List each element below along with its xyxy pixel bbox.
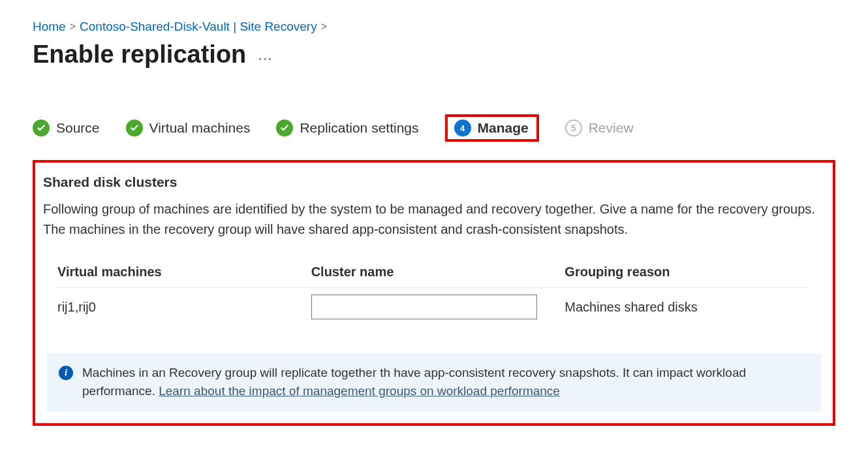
check-icon [126,120,143,136]
breadcrumb: Home > Contoso-Shared-Disk-Vault | Site … [33,20,835,34]
step-label: Source [56,120,100,136]
chevron-right-icon: > [321,21,327,33]
info-icon: i [59,366,73,380]
cell-reason: Machines shared disks [565,300,811,315]
step-label: Manage [478,120,529,136]
cell-vm: rij1,rij0 [57,300,303,315]
breadcrumb-home[interactable]: Home [33,20,66,34]
check-icon [33,120,50,136]
step-manage[interactable]: 4 Manage [445,114,539,142]
clusters-table: Virtual machines Cluster name Grouping r… [43,265,825,327]
info-banner: i Machines in an Recovery group will rep… [47,353,821,411]
wizard-steps: Source Virtual machines Replication sett… [33,114,835,142]
step-replication-settings[interactable]: Replication settings [276,120,418,136]
breadcrumb-vault[interactable]: Contoso-Shared-Disk-Vault | Site Recover… [80,20,317,34]
table-row: rij1,rij0 Machines shared disks [57,287,811,327]
section-title: Shared disk clusters [43,174,825,190]
col-header-vm: Virtual machines [57,265,303,280]
check-icon [276,120,293,136]
shared-disk-clusters-panel: Shared disk clusters Following group of … [33,160,835,426]
section-description: Following group of machines are identifi… [43,199,825,240]
step-number-icon: 5 [565,120,582,136]
step-label: Replication settings [300,120,418,136]
chevron-right-icon: > [70,21,76,33]
cluster-name-input[interactable] [311,295,538,319]
step-review[interactable]: 5 Review [565,120,634,136]
step-label: Virtual machines [149,120,251,136]
step-label: Review [589,120,634,136]
step-virtual-machines[interactable]: Virtual machines [126,120,251,136]
col-header-reason: Grouping reason [565,265,811,280]
info-text: Machines in an Recovery group will repli… [82,364,808,400]
step-number-icon: 4 [454,120,471,136]
info-learn-more-link[interactable]: Learn about the impact of management gro… [159,384,560,398]
step-source[interactable]: Source [33,120,100,136]
page-title: Enable replication [33,40,246,69]
more-actions-button[interactable]: ⋯ [258,42,273,67]
col-header-cluster: Cluster name [311,265,557,280]
